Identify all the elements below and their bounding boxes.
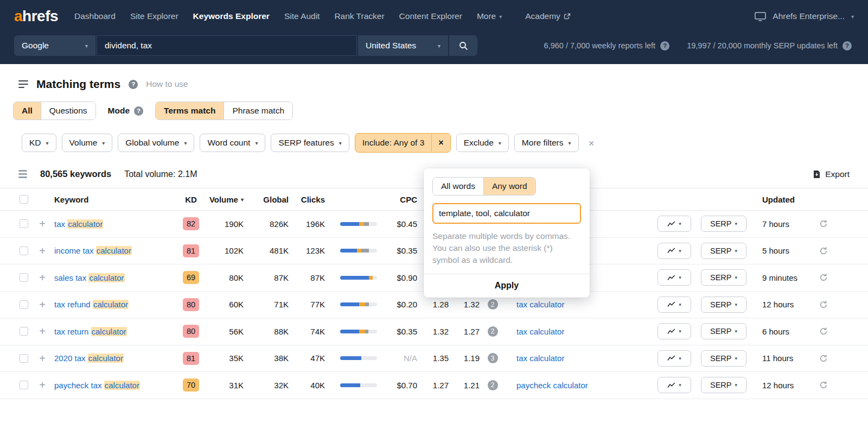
refresh-icon[interactable] <box>819 273 832 282</box>
serp-button[interactable]: SERP ▾ <box>701 377 746 393</box>
add-to-list-icon[interactable]: + <box>37 353 48 364</box>
parent-topic-link[interactable]: tax calculator <box>516 354 564 363</box>
select-all-checkbox[interactable] <box>20 195 28 204</box>
row-checkbox[interactable] <box>20 300 28 309</box>
nav-item-dashboard[interactable]: Dashboard <box>74 11 116 21</box>
row-checkbox[interactable] <box>20 273 28 282</box>
add-to-list-icon[interactable]: + <box>37 380 48 390</box>
account-area[interactable]: Ahrefs Enterprise... ▾ <box>755 11 854 21</box>
col-header-volume[interactable]: Volume▾ <box>203 195 244 204</box>
clicks-bar-segment <box>365 330 368 333</box>
tab-terms-match[interactable]: Terms match <box>156 102 224 119</box>
nav-item-rank-tracker[interactable]: Rank Tracker <box>334 11 384 21</box>
keyword-link[interactable]: paycheck tax calculator <box>54 381 140 390</box>
row-checkbox[interactable] <box>20 354 28 363</box>
apply-button[interactable]: Apply <box>424 274 590 298</box>
col-header-cpc[interactable]: CPC <box>377 195 417 204</box>
col-header-global[interactable]: Global <box>244 195 289 204</box>
help-icon[interactable]: ? <box>843 41 852 51</box>
tab-all[interactable]: All <box>14 102 41 119</box>
serp-button[interactable]: SERP ▾ <box>701 269 746 286</box>
help-icon[interactable]: ? <box>129 80 138 89</box>
refresh-icon[interactable] <box>819 300 832 309</box>
reports-menu-icon[interactable] <box>18 80 28 89</box>
tab-phrase-match[interactable]: Phrase match <box>224 102 292 119</box>
parent-topic-link[interactable]: tax calculator <box>516 327 564 336</box>
search-button[interactable] <box>449 35 477 56</box>
add-to-list-icon[interactable]: + <box>37 218 48 229</box>
nav-item-site-audit[interactable]: Site Audit <box>284 11 320 21</box>
help-icon[interactable]: ? <box>660 41 669 51</box>
refresh-icon[interactable] <box>819 327 832 336</box>
keywords-input[interactable] <box>97 35 357 56</box>
serp-button[interactable]: SERP ▾ <box>701 296 746 313</box>
serp-button[interactable]: SERP ▾ <box>701 350 746 367</box>
any-word-option[interactable]: Any word <box>483 178 535 195</box>
refresh-icon[interactable] <box>819 247 832 255</box>
row-checkbox[interactable] <box>20 327 28 336</box>
col-header-kd[interactable]: KD <box>179 195 203 204</box>
filter-exclude[interactable]: Exclude▾ <box>456 134 509 152</box>
trend-chart-button[interactable]: ▾ <box>658 350 691 367</box>
nav-item-content-explorer[interactable]: Content Explorer <box>399 11 462 21</box>
filter-include-active[interactable]: Include: Any of 3 × <box>355 133 451 153</box>
include-terms-input[interactable] <box>432 203 581 224</box>
keyword-link[interactable]: tax refund calculator <box>54 300 129 309</box>
filter-serp-features-label: SERP features <box>278 138 334 148</box>
nav-item-keywords-explorer[interactable]: Keywords Explorer <box>193 11 270 21</box>
filter-word-count[interactable]: Word count▾ <box>200 134 265 152</box>
keyword-highlighted-term: calculator <box>93 300 129 309</box>
serp-button[interactable]: SERP ▾ <box>701 216 746 232</box>
filter-volume[interactable]: Volume▾ <box>62 134 113 152</box>
filter-kd[interactable]: KD▾ <box>22 134 56 152</box>
keyword-link[interactable]: income tax calculator <box>54 246 132 255</box>
nav-item-site-explorer[interactable]: Site Explorer <box>130 11 178 21</box>
row-checkbox[interactable] <box>20 219 28 228</box>
trend-chart-button[interactable]: ▾ <box>658 216 691 232</box>
row-checkbox[interactable] <box>20 381 28 389</box>
row-checkbox[interactable] <box>20 247 28 255</box>
trend-chart-button[interactable]: ▾ <box>658 377 691 393</box>
how-to-use-link[interactable]: How to use <box>146 79 188 89</box>
parent-topic-link[interactable]: tax calculator <box>516 300 564 309</box>
filter-more-filters[interactable]: More filters▾ <box>514 134 579 152</box>
trend-chart-button[interactable]: ▾ <box>658 323 691 339</box>
clicks-distribution-bar <box>340 222 377 226</box>
col-header-clicks[interactable]: Clicks <box>289 195 325 204</box>
filter-global-volume[interactable]: Global volume▾ <box>118 134 194 152</box>
help-icon[interactable]: ? <box>134 106 143 116</box>
add-to-list-icon[interactable]: + <box>37 272 48 283</box>
col-header-updated[interactable]: Updated <box>762 195 814 204</box>
parent-topic-link[interactable]: paycheck calculator <box>516 381 588 390</box>
refresh-icon[interactable] <box>819 354 832 363</box>
refresh-icon[interactable] <box>819 219 832 228</box>
remove-include-filter-icon[interactable]: × <box>431 134 450 152</box>
nav-item-academy[interactable]: Academy <box>525 11 571 21</box>
match-mode-toggle: Terms match Phrase match <box>155 102 293 120</box>
country-select[interactable]: United States ▾ <box>358 35 448 56</box>
tab-questions[interactable]: Questions <box>41 102 95 119</box>
trend-chart-button[interactable]: ▾ <box>658 243 691 259</box>
nav-item-more[interactable]: More▾ <box>477 11 502 21</box>
ahrefs-logo[interactable]: ahrefs <box>14 8 58 25</box>
list-menu-icon[interactable] <box>18 170 27 178</box>
all-words-option[interactable]: All words <box>433 178 483 195</box>
serp-button[interactable]: SERP ▾ <box>701 323 746 339</box>
keyword-link[interactable]: 2020 tax calculator <box>54 354 124 363</box>
add-to-list-icon[interactable]: + <box>37 245 48 256</box>
trend-chart-button[interactable]: ▾ <box>658 269 691 286</box>
add-to-list-icon[interactable]: + <box>37 299 48 310</box>
search-engine-select[interactable]: Google ▾ <box>14 35 95 56</box>
keyword-link[interactable]: tax calculator <box>54 219 103 229</box>
keyword-link[interactable]: tax return calculator <box>54 327 127 336</box>
clear-filters-icon[interactable]: × <box>589 138 595 148</box>
keyword-link[interactable]: sales tax calculator <box>54 273 125 282</box>
trend-chart-button[interactable]: ▾ <box>658 296 691 313</box>
filter-serp-features[interactable]: SERP features▾ <box>271 134 349 152</box>
col-header-keyword[interactable]: Keyword <box>54 195 179 204</box>
export-button[interactable]: Export <box>813 169 850 179</box>
refresh-icon[interactable] <box>819 381 832 389</box>
serp-button[interactable]: SERP ▾ <box>701 243 746 259</box>
add-to-list-icon[interactable]: + <box>37 326 48 337</box>
page-title: Matching terms <box>36 78 120 91</box>
